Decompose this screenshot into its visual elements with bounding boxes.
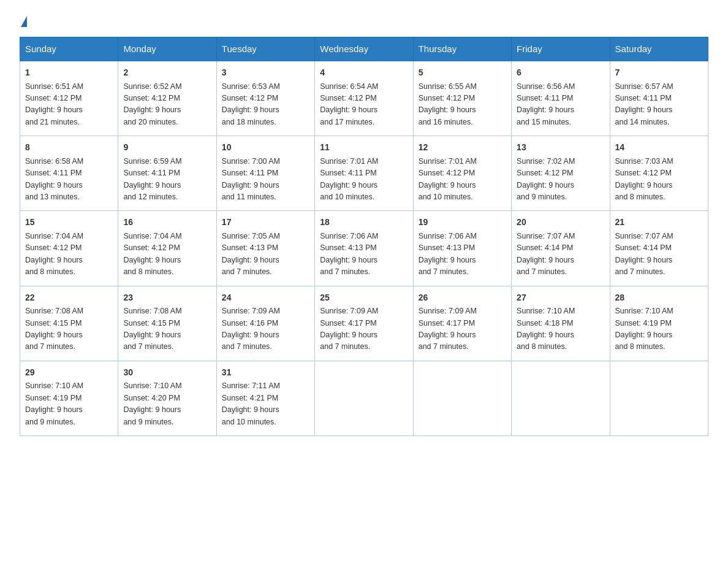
weekday-header-wednesday: Wednesday: [315, 37, 413, 61]
calendar-cell: 24 Sunrise: 7:09 AMSunset: 4:16 PMDaylig…: [216, 286, 314, 361]
calendar-cell: 4 Sunrise: 6:54 AMSunset: 4:12 PMDayligh…: [315, 61, 413, 136]
calendar-cell: 23 Sunrise: 7:08 AMSunset: 4:15 PMDaylig…: [118, 286, 216, 361]
calendar-week-row: 29 Sunrise: 7:10 AMSunset: 4:19 PMDaylig…: [20, 361, 708, 435]
day-info: Sunrise: 7:01 AMSunset: 4:11 PMDaylight:…: [320, 157, 378, 201]
calendar-cell: 25 Sunrise: 7:09 AMSunset: 4:17 PMDaylig…: [315, 286, 413, 361]
calendar-cell: 16 Sunrise: 7:04 AMSunset: 4:12 PMDaylig…: [118, 211, 216, 286]
calendar-cell: [512, 361, 610, 435]
calendar-cell: 21 Sunrise: 7:07 AMSunset: 4:14 PMDaylig…: [610, 211, 708, 286]
day-number: 13: [517, 141, 604, 155]
calendar-week-row: 15 Sunrise: 7:04 AMSunset: 4:12 PMDaylig…: [20, 211, 708, 286]
day-info: Sunrise: 7:04 AMSunset: 4:12 PMDaylight:…: [123, 232, 181, 276]
calendar-cell: 3 Sunrise: 6:53 AMSunset: 4:12 PMDayligh…: [216, 61, 314, 136]
day-number: 10: [222, 141, 309, 155]
calendar-cell: 8 Sunrise: 6:58 AMSunset: 4:11 PMDayligh…: [20, 136, 118, 211]
day-number: 25: [320, 291, 408, 305]
day-number: 26: [419, 291, 506, 305]
calendar-cell: 31 Sunrise: 7:11 AMSunset: 4:21 PMDaylig…: [216, 361, 314, 435]
day-number: 24: [222, 291, 309, 305]
day-number: 30: [123, 366, 211, 380]
day-number: 22: [25, 291, 113, 305]
calendar-cell: [610, 361, 708, 435]
day-number: 6: [517, 66, 604, 80]
calendar-cell: 27 Sunrise: 7:10 AMSunset: 4:18 PMDaylig…: [512, 286, 610, 361]
day-number: 16: [123, 216, 211, 229]
day-info: Sunrise: 7:03 AMSunset: 4:12 PMDaylight:…: [615, 157, 673, 201]
day-info: Sunrise: 7:09 AMSunset: 4:17 PMDaylight:…: [320, 307, 378, 351]
logo: [20, 15, 28, 26]
day-number: 9: [123, 141, 211, 155]
day-number: 7: [615, 66, 703, 80]
calendar-cell: 15 Sunrise: 7:04 AMSunset: 4:12 PMDaylig…: [20, 211, 118, 286]
day-number: 17: [222, 216, 309, 229]
calendar-table: SundayMondayTuesdayWednesdayThursdayFrid…: [20, 37, 708, 436]
calendar-cell: 17 Sunrise: 7:05 AMSunset: 4:13 PMDaylig…: [216, 211, 314, 286]
weekday-header-row: SundayMondayTuesdayWednesdayThursdayFrid…: [20, 37, 708, 61]
weekday-header-saturday: Saturday: [610, 37, 708, 61]
day-number: 23: [123, 291, 211, 305]
day-number: 15: [25, 216, 113, 229]
calendar-cell: 9 Sunrise: 6:59 AMSunset: 4:11 PMDayligh…: [118, 136, 216, 211]
calendar-cell: 12 Sunrise: 7:01 AMSunset: 4:12 PMDaylig…: [413, 136, 511, 211]
day-info: Sunrise: 6:51 AMSunset: 4:12 PMDaylight:…: [25, 82, 83, 126]
calendar-cell: [413, 361, 511, 435]
calendar-cell: 29 Sunrise: 7:10 AMSunset: 4:19 PMDaylig…: [20, 361, 118, 435]
day-number: 14: [615, 141, 703, 155]
calendar-week-row: 1 Sunrise: 6:51 AMSunset: 4:12 PMDayligh…: [20, 61, 708, 136]
day-info: Sunrise: 7:09 AMSunset: 4:16 PMDaylight:…: [222, 307, 280, 351]
calendar-cell: 7 Sunrise: 6:57 AMSunset: 4:11 PMDayligh…: [610, 61, 708, 136]
calendar-cell: 18 Sunrise: 7:06 AMSunset: 4:13 PMDaylig…: [315, 211, 413, 286]
day-info: Sunrise: 6:58 AMSunset: 4:11 PMDaylight:…: [25, 157, 83, 201]
calendar-week-row: 8 Sunrise: 6:58 AMSunset: 4:11 PMDayligh…: [20, 136, 708, 211]
day-info: Sunrise: 7:07 AMSunset: 4:14 PMDaylight:…: [517, 232, 575, 276]
calendar-cell: 6 Sunrise: 6:56 AMSunset: 4:11 PMDayligh…: [512, 61, 610, 136]
day-info: Sunrise: 7:08 AMSunset: 4:15 PMDaylight:…: [123, 307, 181, 351]
calendar-cell: 5 Sunrise: 6:55 AMSunset: 4:12 PMDayligh…: [413, 61, 511, 136]
day-number: 28: [615, 291, 703, 305]
day-number: 3: [222, 66, 309, 80]
day-number: 20: [517, 216, 604, 229]
day-number: 2: [123, 66, 211, 80]
day-info: Sunrise: 6:59 AMSunset: 4:11 PMDaylight:…: [123, 157, 181, 201]
day-info: Sunrise: 6:57 AMSunset: 4:11 PMDaylight:…: [615, 82, 673, 126]
calendar-cell: 1 Sunrise: 6:51 AMSunset: 4:12 PMDayligh…: [20, 61, 118, 136]
calendar-cell: 19 Sunrise: 7:06 AMSunset: 4:13 PMDaylig…: [413, 211, 511, 286]
day-info: Sunrise: 6:55 AMSunset: 4:12 PMDaylight:…: [419, 82, 477, 126]
day-number: 1: [25, 66, 113, 80]
weekday-header-monday: Monday: [118, 37, 216, 61]
weekday-header-tuesday: Tuesday: [216, 37, 314, 61]
page-header: [20, 15, 708, 26]
calendar-week-row: 22 Sunrise: 7:08 AMSunset: 4:15 PMDaylig…: [20, 286, 708, 361]
calendar-cell: 28 Sunrise: 7:10 AMSunset: 4:19 PMDaylig…: [610, 286, 708, 361]
day-number: 4: [320, 66, 408, 80]
day-number: 27: [517, 291, 604, 305]
day-info: Sunrise: 7:07 AMSunset: 4:14 PMDaylight:…: [615, 232, 673, 276]
day-info: Sunrise: 6:52 AMSunset: 4:12 PMDaylight:…: [123, 82, 181, 126]
day-number: 31: [222, 366, 309, 380]
day-number: 11: [320, 141, 408, 155]
day-number: 12: [419, 141, 506, 155]
calendar-cell: 13 Sunrise: 7:02 AMSunset: 4:12 PMDaylig…: [512, 136, 610, 211]
day-info: Sunrise: 6:53 AMSunset: 4:12 PMDaylight:…: [222, 82, 280, 126]
calendar-cell: 2 Sunrise: 6:52 AMSunset: 4:12 PMDayligh…: [118, 61, 216, 136]
day-number: 29: [25, 366, 113, 380]
day-info: Sunrise: 7:08 AMSunset: 4:15 PMDaylight:…: [25, 307, 83, 351]
day-info: Sunrise: 7:01 AMSunset: 4:12 PMDaylight:…: [419, 157, 477, 201]
day-info: Sunrise: 7:09 AMSunset: 4:17 PMDaylight:…: [419, 307, 477, 351]
day-number: 19: [419, 216, 506, 229]
day-info: Sunrise: 7:10 AMSunset: 4:19 PMDaylight:…: [25, 381, 83, 426]
day-info: Sunrise: 7:06 AMSunset: 4:13 PMDaylight:…: [320, 232, 378, 276]
day-info: Sunrise: 7:06 AMSunset: 4:13 PMDaylight:…: [419, 232, 477, 276]
day-info: Sunrise: 7:11 AMSunset: 4:21 PMDaylight:…: [222, 381, 280, 426]
day-number: 18: [320, 216, 408, 229]
calendar-cell: [315, 361, 413, 435]
day-info: Sunrise: 6:56 AMSunset: 4:11 PMDaylight:…: [517, 82, 575, 126]
weekday-header-thursday: Thursday: [413, 37, 511, 61]
day-info: Sunrise: 6:54 AMSunset: 4:12 PMDaylight:…: [320, 82, 378, 126]
day-info: Sunrise: 7:04 AMSunset: 4:12 PMDaylight:…: [25, 232, 83, 276]
weekday-header-sunday: Sunday: [20, 37, 118, 61]
calendar-cell: 14 Sunrise: 7:03 AMSunset: 4:12 PMDaylig…: [610, 136, 708, 211]
logo-triangle-icon: [21, 16, 27, 27]
day-info: Sunrise: 7:00 AMSunset: 4:11 PMDaylight:…: [222, 157, 280, 201]
calendar-cell: 10 Sunrise: 7:00 AMSunset: 4:11 PMDaylig…: [216, 136, 314, 211]
